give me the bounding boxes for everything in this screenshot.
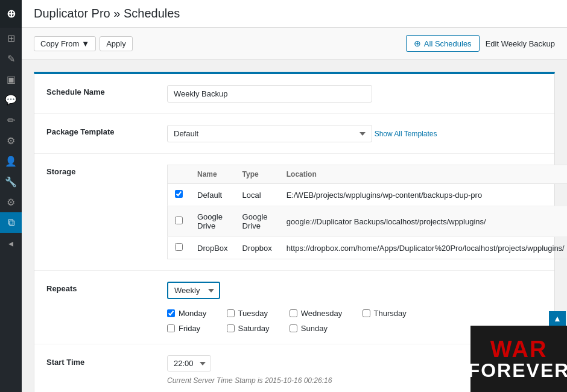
storage-label: Storage bbox=[46, 165, 167, 176]
day-sunday[interactable]: Sunday bbox=[290, 324, 344, 333]
day-thursday-label: Thursday bbox=[374, 309, 407, 318]
package-template-select[interactable]: Default bbox=[167, 125, 372, 142]
sidebar-icon-comments[interactable]: 💬 bbox=[0, 89, 22, 110]
sidebar-icon-plugins[interactable]: ⚙ bbox=[0, 130, 22, 151]
start-time-select[interactable]: 22:00 bbox=[167, 355, 211, 371]
storage-location-default: E:/WEB/projects/wpplugins/wp-content/bac… bbox=[279, 184, 567, 206]
storage-type-dropbox: Dropbox bbox=[235, 237, 279, 259]
storage-name-default: Default bbox=[190, 184, 235, 206]
copy-from-chevron-icon: ▼ bbox=[81, 39, 89, 48]
storage-col-name: Name bbox=[190, 165, 235, 184]
day-saturday[interactable]: Saturday bbox=[227, 324, 271, 333]
copy-from-button[interactable]: Copy From ▼ bbox=[34, 36, 96, 51]
sidebar-icon-appearance[interactable]: ✏ bbox=[0, 110, 22, 130]
sidebar-icon-posts[interactable]: ✎ bbox=[0, 48, 22, 69]
repeats-label: Repeats bbox=[46, 282, 167, 293]
days-grid: Monday Tuesday Wednesday Thursday bbox=[167, 309, 408, 333]
storage-field: Name Type Location Default Local E: bbox=[167, 165, 567, 259]
toolbar: Copy From ▼ Apply ⊕ All Schedules Edit W… bbox=[22, 28, 567, 60]
package-template-label: Package Template bbox=[46, 125, 167, 136]
storage-col-check bbox=[168, 165, 191, 184]
day-friday[interactable]: Friday bbox=[167, 324, 209, 333]
all-schedules-icon: ⊕ bbox=[414, 39, 421, 48]
storage-name-dropbox: DropBox bbox=[190, 237, 235, 259]
day-saturday-label: Saturday bbox=[238, 324, 270, 333]
schedule-name-row: Schedule Name bbox=[34, 74, 554, 114]
storage-location-gdrive: google://Duplicator Backups/localhost/pr… bbox=[279, 206, 567, 237]
storage-checkbox-gdrive bbox=[168, 206, 191, 237]
storage-type-default: Local bbox=[235, 184, 279, 206]
copy-from-label: Copy From bbox=[40, 39, 79, 48]
schedule-name-label: Schedule Name bbox=[46, 85, 167, 96]
toolbar-right: ⊕ All Schedules Edit Weekly Backup bbox=[406, 35, 555, 52]
show-all-templates-link[interactable]: Show All Templates bbox=[375, 130, 437, 138]
sidebar-icon-tools[interactable]: 🔧 bbox=[0, 171, 22, 192]
day-tuesday-label: Tuesday bbox=[238, 309, 268, 318]
all-schedules-label: All Schedules bbox=[424, 39, 472, 48]
day-tuesday-input[interactable] bbox=[227, 309, 235, 317]
package-template-row: Package Template Default Show All Templa… bbox=[34, 114, 554, 154]
day-sunday-label: Sunday bbox=[301, 324, 328, 333]
storage-row-dropbox: DropBox Dropbox https://dropbox.com/home… bbox=[168, 237, 568, 259]
edit-backup-button[interactable]: Edit Weekly Backup bbox=[486, 36, 555, 51]
day-saturday-input[interactable] bbox=[227, 324, 235, 332]
watermark-war-text: WAR bbox=[490, 338, 548, 361]
scroll-up-arrow[interactable]: ▲ bbox=[549, 311, 566, 326]
storage-location-dropbox: https://dropbox.com/home/Apps/Duplicator… bbox=[279, 237, 567, 259]
storage-check-gdrive-input[interactable] bbox=[175, 217, 183, 224]
day-tuesday[interactable]: Tuesday bbox=[227, 309, 271, 318]
day-friday-label: Friday bbox=[179, 324, 200, 333]
page-title: Duplicator Pro » Schedules bbox=[34, 7, 180, 21]
day-friday-input[interactable] bbox=[167, 324, 175, 332]
storage-col-type: Type bbox=[235, 165, 279, 184]
storage-row-default: Default Local E:/WEB/projects/wpplugins/… bbox=[168, 184, 568, 206]
storage-name-gdrive: GoogleDrive bbox=[190, 206, 235, 237]
sidebar-icon-users[interactable]: 👤 bbox=[0, 151, 22, 171]
package-template-field: Default Show All Templates bbox=[167, 125, 542, 142]
sidebar-icon-settings[interactable]: ⚙ bbox=[0, 192, 22, 212]
sidebar: ⊕ ⊞ ✎ ▣ 💬 ✏ ⚙ 👤 🔧 ⚙ ⧉ ◂ bbox=[0, 0, 22, 392]
wp-logo: ⊕ bbox=[7, 7, 16, 21]
sidebar-top: ⊕ bbox=[0, 0, 22, 28]
storage-type-gdrive: GoogleDrive bbox=[235, 206, 279, 237]
watermark-forever-text: FOREVER bbox=[468, 361, 567, 380]
start-time-label: Start Time bbox=[46, 355, 167, 367]
day-monday-input[interactable] bbox=[167, 309, 175, 317]
storage-checkbox-dropbox bbox=[168, 237, 191, 259]
storage-col-location: Location bbox=[279, 165, 567, 184]
storage-check-dropbox-input[interactable] bbox=[175, 243, 183, 251]
day-wednesday-label: Wednesday bbox=[301, 309, 342, 318]
day-wednesday-input[interactable] bbox=[290, 309, 297, 317]
storage-row-gdrive: GoogleDrive GoogleDrive google://Duplica… bbox=[168, 206, 568, 237]
watermark: ▲ WAR FOREVER bbox=[470, 326, 567, 392]
storage-checkbox-default bbox=[168, 184, 191, 206]
sidebar-icon-duplicator[interactable]: ⧉ bbox=[0, 212, 22, 233]
repeats-select-wrapper: Once Hourly Daily Weekly Monthly bbox=[167, 282, 542, 299]
day-sunday-input[interactable] bbox=[290, 324, 297, 332]
schedule-name-field bbox=[167, 85, 542, 103]
all-schedules-button[interactable]: ⊕ All Schedules bbox=[406, 35, 480, 52]
day-monday[interactable]: Monday bbox=[167, 309, 209, 318]
storage-row: Storage Name Type Location bbox=[34, 154, 554, 271]
page-header: Duplicator Pro » Schedules bbox=[22, 0, 567, 28]
day-thursday[interactable]: Thursday bbox=[363, 309, 408, 318]
apply-button[interactable]: Apply bbox=[100, 36, 133, 51]
day-monday-label: Monday bbox=[179, 309, 206, 318]
storage-check-default-input[interactable] bbox=[175, 190, 183, 198]
sidebar-icon-collapse[interactable]: ◂ bbox=[0, 233, 22, 253]
day-thursday-input[interactable] bbox=[363, 309, 370, 317]
repeats-select[interactable]: Once Hourly Daily Weekly Monthly bbox=[167, 282, 220, 299]
toolbar-left: Copy From ▼ Apply bbox=[34, 36, 133, 51]
schedule-name-input[interactable] bbox=[167, 85, 372, 103]
sidebar-icon-media[interactable]: ▣ bbox=[0, 69, 22, 89]
sidebar-icon-dashboard[interactable]: ⊞ bbox=[0, 28, 22, 48]
day-wednesday[interactable]: Wednesday bbox=[290, 309, 344, 318]
storage-table: Name Type Location Default Local E: bbox=[167, 165, 567, 259]
